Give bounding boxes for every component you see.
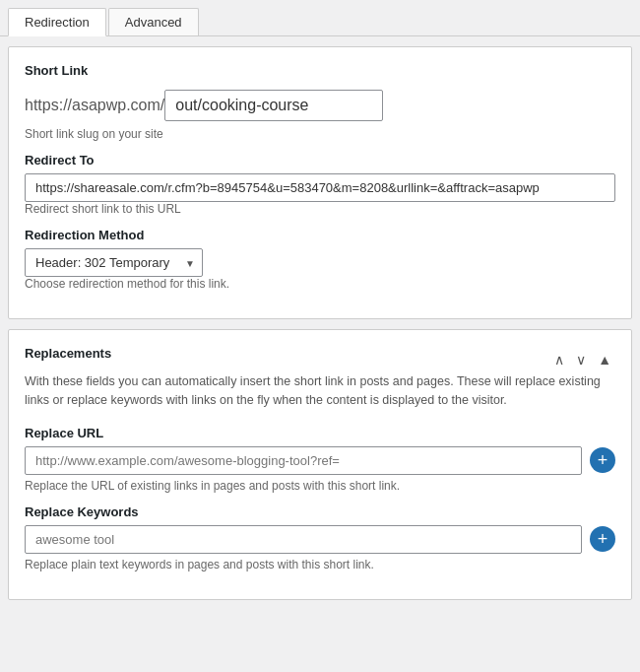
redirection-method-group: Redirection Method Header: 301 Permanent… — [25, 228, 615, 291]
collapse-down-button[interactable]: ∨ — [572, 350, 590, 370]
replace-url-input[interactable] — [25, 446, 582, 475]
replacements-description: With these fields you can automatically … — [25, 372, 615, 410]
add-replace-keywords-button[interactable]: + — [590, 526, 615, 552]
redirect-to-group: Redirect To Redirect short link to this … — [25, 153, 615, 216]
replace-keywords-group: Replace Keywords + Replace plain text ke… — [25, 504, 615, 571]
short-link-prefix: https://asapwp.com/ — [25, 97, 164, 114]
replace-url-label: Replace URL — [25, 426, 615, 440]
replacements-section-title: Replacements — [25, 346, 111, 361]
expand-button[interactable]: ▲ — [594, 350, 615, 370]
redirection-method-select[interactable]: Header: 301 Permanent Header: 302 Tempor… — [25, 248, 203, 277]
replace-keywords-row: + — [25, 525, 615, 554]
collapse-up-button[interactable]: ∧ — [550, 350, 568, 370]
redirection-method-label: Redirection Method — [25, 228, 615, 242]
short-link-row: https://asapwp.com/ — [25, 90, 615, 121]
redirect-to-hint: Redirect short link to this URL — [25, 202, 615, 216]
short-link-input[interactable] — [164, 90, 383, 121]
short-link-section-title: Short Link — [25, 63, 615, 78]
replacements-header: Replacements ∧ ∨ ▲ — [25, 346, 615, 372]
tab-redirection[interactable]: Redirection — [8, 8, 106, 36]
short-link-section: Short Link https://asapwp.com/ Short lin… — [8, 46, 632, 319]
replace-keywords-label: Replace Keywords — [25, 504, 615, 519]
replace-url-hint: Replace the URL of existing links in pag… — [25, 479, 615, 493]
replace-keywords-hint: Replace plain text keywords in pages and… — [25, 558, 615, 571]
short-link-hint: Short link slug on your site — [25, 127, 615, 141]
redirection-method-wrapper: Header: 301 Permanent Header: 302 Tempor… — [25, 248, 203, 277]
tab-advanced[interactable]: Advanced — [108, 8, 199, 35]
redirect-to-input[interactable] — [25, 173, 615, 202]
replace-keywords-input[interactable] — [25, 525, 582, 554]
redirect-to-label: Redirect To — [25, 153, 615, 168]
replace-url-group: Replace URL + Replace the URL of existin… — [25, 426, 615, 493]
replacements-controls: ∧ ∨ ▲ — [550, 350, 615, 370]
add-replace-url-button[interactable]: + — [590, 447, 615, 473]
redirection-method-hint: Choose redirection method for this link. — [25, 277, 615, 291]
replace-url-row: + — [25, 446, 615, 475]
tabs-bar: Redirection Advanced — [0, 0, 640, 36]
replacements-section: Replacements ∧ ∨ ▲ With these fields you… — [8, 329, 632, 600]
